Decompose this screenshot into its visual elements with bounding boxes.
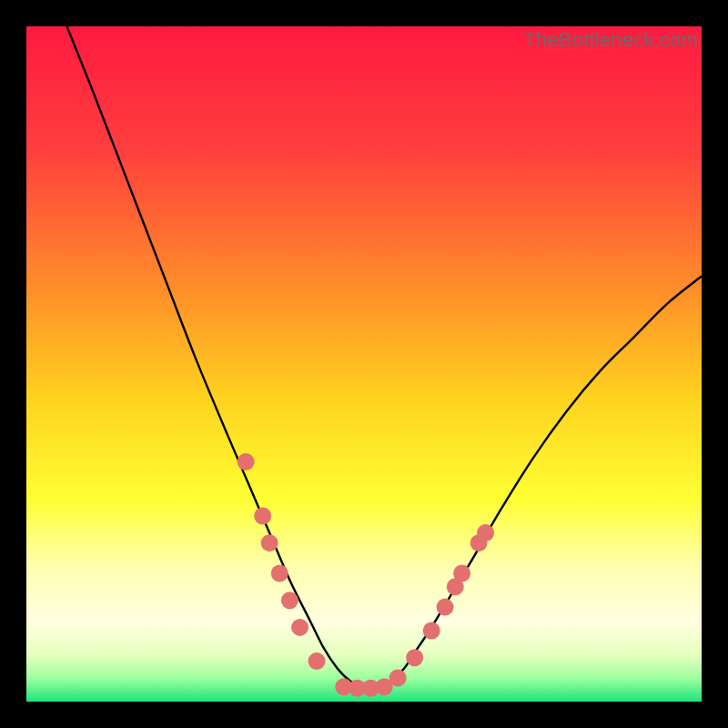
data-marker [453, 565, 470, 582]
data-marker [271, 565, 288, 582]
chart-frame: TheBottleneck.com [0, 0, 728, 728]
data-marker [423, 622, 440, 640]
data-marker [281, 592, 298, 609]
data-markers [238, 453, 494, 697]
chart-svg [26, 26, 702, 702]
data-marker [308, 652, 326, 670]
data-marker [254, 507, 271, 524]
data-marker [261, 534, 278, 551]
watermark-label: TheBottleneck.com [523, 26, 702, 52]
data-marker [437, 599, 454, 616]
data-marker [477, 524, 494, 541]
data-marker [389, 670, 407, 687]
bottleneck-curve [67, 26, 702, 689]
data-marker [238, 453, 255, 470]
data-marker [406, 649, 423, 666]
plot-area [26, 26, 702, 702]
data-marker [291, 619, 308, 636]
